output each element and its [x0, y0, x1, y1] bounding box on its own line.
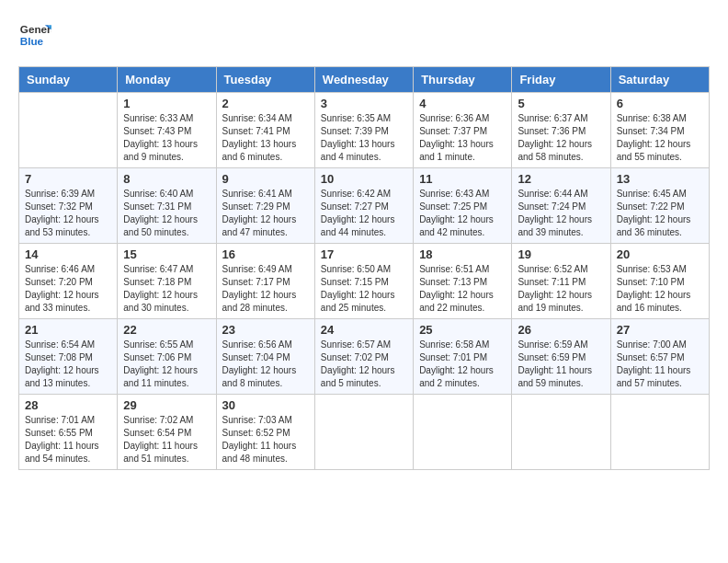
day-number: 15	[123, 247, 210, 261]
calendar-cell: 14Sunrise: 6:46 AM Sunset: 7:20 PM Dayli…	[19, 244, 118, 319]
day-number: 8	[123, 172, 210, 186]
weekday-header-row: SundayMondayTuesdayWednesdayThursdayFrid…	[19, 67, 710, 93]
day-number: 3	[321, 97, 407, 110]
weekday-header-tuesday: Tuesday	[216, 67, 314, 93]
day-number: 26	[518, 323, 604, 337]
day-number: 20	[617, 247, 703, 261]
calendar-cell: 25Sunrise: 6:58 AM Sunset: 7:01 PM Dayli…	[414, 319, 512, 395]
calendar-cell: 3Sunrise: 6:35 AM Sunset: 7:39 PM Daylig…	[314, 93, 413, 168]
calendar-cell: 21Sunrise: 6:54 AM Sunset: 7:08 PM Dayli…	[19, 319, 118, 395]
day-number: 1	[123, 97, 210, 110]
calendar-cell: 29Sunrise: 7:02 AM Sunset: 6:54 PM Dayli…	[118, 395, 216, 470]
calendar-cell: 22Sunrise: 6:55 AM Sunset: 7:06 PM Dayli…	[118, 319, 216, 395]
weekday-header-sunday: Sunday	[19, 67, 118, 93]
day-info: Sunrise: 6:43 AM Sunset: 7:25 PM Dayligh…	[419, 188, 506, 239]
day-info: Sunrise: 6:36 AM Sunset: 7:37 PM Dayligh…	[419, 112, 506, 164]
day-info: Sunrise: 6:54 AM Sunset: 7:08 PM Dayligh…	[25, 339, 111, 390]
day-info: Sunrise: 6:58 AM Sunset: 7:01 PM Dayligh…	[419, 339, 506, 390]
svg-text:Blue: Blue	[20, 35, 44, 47]
weekday-header-thursday: Thursday	[414, 67, 512, 93]
day-number: 5	[518, 97, 604, 110]
calendar-cell: 4Sunrise: 6:36 AM Sunset: 7:37 PM Daylig…	[414, 93, 512, 168]
calendar-cell: 2Sunrise: 6:34 AM Sunset: 7:41 PM Daylig…	[216, 93, 314, 168]
day-number: 6	[617, 97, 703, 110]
calendar-cell: 27Sunrise: 7:00 AM Sunset: 6:57 PM Dayli…	[610, 319, 709, 395]
day-info: Sunrise: 6:34 AM Sunset: 7:41 PM Dayligh…	[222, 112, 309, 164]
day-info: Sunrise: 6:38 AM Sunset: 7:34 PM Dayligh…	[617, 112, 703, 164]
page-header: General Blue	[18, 18, 710, 52]
day-info: Sunrise: 6:47 AM Sunset: 7:18 PM Dayligh…	[123, 263, 210, 315]
calendar-cell: 18Sunrise: 6:51 AM Sunset: 7:13 PM Dayli…	[414, 244, 512, 319]
day-info: Sunrise: 7:00 AM Sunset: 6:57 PM Dayligh…	[617, 339, 703, 390]
day-info: Sunrise: 6:41 AM Sunset: 7:29 PM Dayligh…	[222, 188, 309, 239]
calendar-cell	[512, 395, 610, 470]
day-number: 10	[321, 172, 407, 186]
calendar-cell: 12Sunrise: 6:44 AM Sunset: 7:24 PM Dayli…	[512, 168, 610, 244]
day-info: Sunrise: 6:52 AM Sunset: 7:11 PM Dayligh…	[518, 263, 604, 315]
calendar-cell: 15Sunrise: 6:47 AM Sunset: 7:18 PM Dayli…	[118, 244, 216, 319]
day-number: 18	[419, 247, 506, 261]
day-number: 24	[321, 323, 407, 337]
day-number: 23	[222, 323, 309, 337]
calendar-cell: 13Sunrise: 6:45 AM Sunset: 7:22 PM Dayli…	[610, 168, 709, 244]
day-number: 22	[123, 323, 210, 337]
day-number: 12	[518, 172, 604, 186]
day-info: Sunrise: 6:59 AM Sunset: 6:59 PM Dayligh…	[518, 339, 604, 390]
day-info: Sunrise: 7:03 AM Sunset: 6:52 PM Dayligh…	[222, 414, 309, 465]
calendar-cell	[610, 395, 709, 470]
logo: General Blue	[18, 18, 51, 52]
calendar-cell: 17Sunrise: 6:50 AM Sunset: 7:15 PM Dayli…	[314, 244, 413, 319]
calendar-week-3: 14Sunrise: 6:46 AM Sunset: 7:20 PM Dayli…	[19, 244, 710, 319]
calendar-cell: 10Sunrise: 6:42 AM Sunset: 7:27 PM Dayli…	[314, 168, 413, 244]
calendar-cell: 16Sunrise: 6:49 AM Sunset: 7:17 PM Dayli…	[216, 244, 314, 319]
day-info: Sunrise: 6:50 AM Sunset: 7:15 PM Dayligh…	[321, 263, 407, 315]
calendar-cell: 9Sunrise: 6:41 AM Sunset: 7:29 PM Daylig…	[216, 168, 314, 244]
day-info: Sunrise: 6:57 AM Sunset: 7:02 PM Dayligh…	[321, 339, 407, 390]
day-number: 25	[419, 323, 506, 337]
day-info: Sunrise: 6:49 AM Sunset: 7:17 PM Dayligh…	[222, 263, 309, 315]
calendar-cell: 24Sunrise: 6:57 AM Sunset: 7:02 PM Dayli…	[314, 319, 413, 395]
calendar-cell: 7Sunrise: 6:39 AM Sunset: 7:32 PM Daylig…	[19, 168, 118, 244]
calendar-cell: 26Sunrise: 6:59 AM Sunset: 6:59 PM Dayli…	[512, 319, 610, 395]
calendar-cell	[314, 395, 413, 470]
calendar-table: SundayMondayTuesdayWednesdayThursdayFrid…	[18, 66, 710, 470]
day-info: Sunrise: 7:02 AM Sunset: 6:54 PM Dayligh…	[123, 414, 210, 465]
day-number: 19	[518, 247, 604, 261]
day-info: Sunrise: 6:33 AM Sunset: 7:43 PM Dayligh…	[123, 112, 210, 164]
day-number: 27	[617, 323, 703, 337]
day-info: Sunrise: 6:46 AM Sunset: 7:20 PM Dayligh…	[25, 263, 111, 315]
calendar-cell: 20Sunrise: 6:53 AM Sunset: 7:10 PM Dayli…	[610, 244, 709, 319]
day-info: Sunrise: 6:45 AM Sunset: 7:22 PM Dayligh…	[617, 188, 703, 239]
day-number: 11	[419, 172, 506, 186]
calendar-cell	[414, 395, 512, 470]
weekday-header-friday: Friday	[512, 67, 610, 93]
day-number: 28	[25, 398, 111, 412]
day-number: 4	[419, 97, 506, 110]
day-number: 21	[25, 323, 111, 337]
calendar-cell: 5Sunrise: 6:37 AM Sunset: 7:36 PM Daylig…	[512, 93, 610, 168]
day-number: 16	[222, 247, 309, 261]
day-number: 30	[222, 398, 309, 412]
day-number: 9	[222, 172, 309, 186]
day-number: 7	[25, 172, 111, 186]
day-info: Sunrise: 6:37 AM Sunset: 7:36 PM Dayligh…	[518, 112, 604, 164]
weekday-header-wednesday: Wednesday	[314, 67, 413, 93]
day-info: Sunrise: 6:35 AM Sunset: 7:39 PM Dayligh…	[321, 112, 407, 164]
logo-icon: General Blue	[18, 18, 51, 52]
day-number: 14	[25, 247, 111, 261]
day-number: 17	[321, 247, 407, 261]
calendar-cell: 1Sunrise: 6:33 AM Sunset: 7:43 PM Daylig…	[118, 93, 216, 168]
calendar-cell: 6Sunrise: 6:38 AM Sunset: 7:34 PM Daylig…	[610, 93, 709, 168]
day-info: Sunrise: 6:39 AM Sunset: 7:32 PM Dayligh…	[25, 188, 111, 239]
calendar-week-5: 28Sunrise: 7:01 AM Sunset: 6:55 PM Dayli…	[19, 395, 710, 470]
calendar-week-4: 21Sunrise: 6:54 AM Sunset: 7:08 PM Dayli…	[19, 319, 710, 395]
calendar-cell: 19Sunrise: 6:52 AM Sunset: 7:11 PM Dayli…	[512, 244, 610, 319]
day-info: Sunrise: 6:42 AM Sunset: 7:27 PM Dayligh…	[321, 188, 407, 239]
calendar-cell: 30Sunrise: 7:03 AM Sunset: 6:52 PM Dayli…	[216, 395, 314, 470]
day-info: Sunrise: 6:55 AM Sunset: 7:06 PM Dayligh…	[123, 339, 210, 390]
day-info: Sunrise: 7:01 AM Sunset: 6:55 PM Dayligh…	[25, 414, 111, 465]
day-info: Sunrise: 6:51 AM Sunset: 7:13 PM Dayligh…	[419, 263, 506, 315]
day-info: Sunrise: 6:44 AM Sunset: 7:24 PM Dayligh…	[518, 188, 604, 239]
day-info: Sunrise: 6:40 AM Sunset: 7:31 PM Dayligh…	[123, 188, 210, 239]
calendar-week-2: 7Sunrise: 6:39 AM Sunset: 7:32 PM Daylig…	[19, 168, 710, 244]
